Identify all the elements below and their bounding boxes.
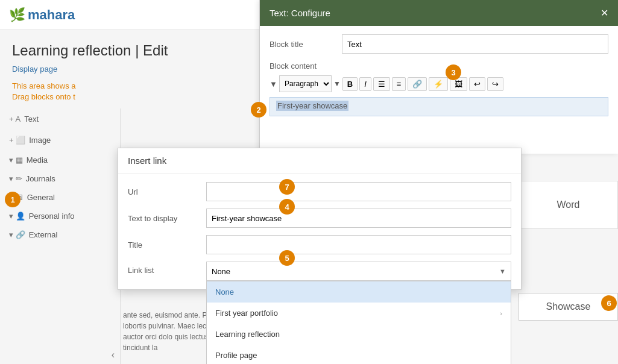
- display-page-link[interactable]: Display page: [12, 64, 57, 74]
- configure-header: Text: Configure ✕: [260, 0, 618, 26]
- logo-icon: 🌿: [9, 7, 25, 23]
- sidebar-item-external[interactable]: ▾ 🔗 External: [0, 225, 120, 244]
- configure-close-button[interactable]: ✕: [601, 7, 608, 19]
- sidebar-item-journals[interactable]: ▾ ✏ Journals: [0, 169, 120, 188]
- block-title-input[interactable]: [342, 34, 608, 54]
- redo-button[interactable]: ↪: [487, 77, 503, 91]
- link-list-select-wrap: None ▼ None First year portfolio › Learn…: [206, 262, 511, 281]
- dropdown-option-portfolio[interactable]: First year portfolio ›: [207, 303, 511, 324]
- modal-header: Insert link: [118, 148, 521, 174]
- badge-1: 1: [5, 192, 20, 207]
- url-input[interactable]: [206, 182, 511, 201]
- main-content-area: Learning reflection | Edit Display page …: [0, 30, 259, 108]
- dropdown-option-reflection[interactable]: Learning reflection: [207, 324, 511, 345]
- sidebar-item-personal-info[interactable]: ▾ 👤 Personal info: [0, 207, 120, 225]
- ordered-list-button[interactable]: ≡: [392, 77, 406, 91]
- modal-body: Url Text to display Title Link list None…: [118, 174, 521, 289]
- unordered-list-button[interactable]: ☰: [373, 77, 390, 91]
- url-label: Url: [128, 187, 206, 196]
- undo-button[interactable]: ↩: [469, 77, 485, 91]
- badge-2: 2: [251, 102, 266, 118]
- sidebar-text-label: Text: [24, 115, 39, 124]
- description: This area shows a Drag blocks onto t: [12, 81, 247, 102]
- content-selected-text: First-year showcase: [276, 101, 348, 111]
- text-display-row: Text to display: [128, 209, 511, 228]
- description-line2: Drag blocks onto t: [12, 92, 247, 102]
- badge-4: 4: [279, 199, 295, 215]
- block-title-label: Block title: [270, 40, 342, 49]
- title-row: Title: [128, 235, 511, 254]
- sidebar: + A Text + ⬜ Image ▾ ▦ Media ▾ ✏ Journal…: [0, 108, 121, 364]
- paragraph-select[interactable]: Paragraph: [279, 75, 332, 92]
- showcase-label: Showcase: [546, 301, 591, 312]
- plus-image-icon: + ⬜: [9, 136, 25, 145]
- modal-title: Insert link: [128, 155, 166, 166]
- title-label: Title: [128, 240, 206, 249]
- arrow-personal-icon: ▾ 👤: [9, 212, 25, 221]
- sidebar-item-media[interactable]: ▾ ▦ Media: [0, 151, 120, 169]
- link-button[interactable]: 🔗: [408, 77, 427, 91]
- insert-link-modal: Insert link Url Text to display Title Li…: [118, 148, 522, 290]
- paragraph-arrow-icon: ▼: [333, 80, 341, 88]
- chevron-down-icon: ▼: [499, 268, 506, 275]
- configure-panel: Text: Configure ✕ Block title Block cont…: [259, 0, 618, 154]
- link-list-select[interactable]: None ▼: [206, 262, 511, 281]
- badge-3: 3: [446, 64, 461, 80]
- word-label: Word: [557, 199, 580, 210]
- description-line1: This area shows a: [12, 81, 247, 92]
- word-panel: Word: [519, 181, 618, 229]
- url-row: Url: [128, 182, 511, 201]
- dropdown-option-profile[interactable]: Profile page: [207, 345, 511, 364]
- link-list-value: None: [212, 267, 230, 276]
- italic-button[interactable]: I: [359, 77, 371, 91]
- page-title: Learning reflection | Edit: [12, 42, 247, 59]
- sidebar-collapse[interactable]: ‹: [0, 346, 121, 364]
- sidebar-media-label: Media: [27, 155, 48, 165]
- link-list-row: Link list None ▼ None First year portfol…: [128, 262, 511, 281]
- link-list-label: Link list: [128, 262, 206, 275]
- arrow-external-icon: ▾ 🔗: [9, 230, 25, 239]
- block-content-row: Block content: [270, 61, 608, 71]
- dropdown-option-none[interactable]: None: [207, 281, 511, 303]
- sidebar-general-label: General: [27, 193, 55, 202]
- link-list-dropdown: None First year portfolio › Learning ref…: [206, 281, 511, 364]
- logo: 🌿 mahara: [9, 7, 75, 23]
- unlink-button[interactable]: ⚡: [429, 77, 448, 91]
- arrow-media-icon: ▾ ▦: [9, 155, 23, 165]
- editor-toolbar: ▼ Paragraph ▼ B I ☰ ≡ 🔗 ⚡ 🖼 ↩ ↪: [270, 75, 608, 92]
- sidebar-item-text[interactable]: + A Text: [0, 108, 120, 130]
- badge-5: 5: [279, 250, 295, 266]
- plus-text-icon: + A: [9, 115, 20, 124]
- sidebar-journals-label: Journals: [26, 174, 55, 183]
- sidebar-item-image[interactable]: + ⬜ Image: [0, 130, 120, 151]
- text-display-label: Text to display: [128, 214, 206, 223]
- arrow-journals-icon: ▾ ✏: [9, 174, 22, 183]
- content-editable-area[interactable]: First-year showcase: [270, 97, 608, 116]
- toolbar-expand-btn[interactable]: ▼: [270, 80, 277, 89]
- sidebar-external-label: External: [29, 230, 58, 239]
- sidebar-image-label: Image: [29, 136, 51, 145]
- title-input[interactable]: [206, 235, 511, 254]
- sidebar-personal-label: Personal info: [29, 212, 75, 221]
- configure-title: Text: Configure: [270, 8, 330, 18]
- badge-7: 7: [279, 179, 295, 195]
- collapse-icon: ‹: [112, 350, 115, 360]
- badge-6: 6: [601, 295, 617, 311]
- configure-body: Block title Block content ▼ Paragraph ▼ …: [260, 26, 618, 125]
- logo-text: mahara: [28, 7, 75, 23]
- bold-button[interactable]: B: [342, 77, 358, 91]
- text-display-input[interactable]: [206, 209, 511, 228]
- block-content-label: Block content: [270, 61, 317, 71]
- top-nav: 🌿 mahara: [0, 0, 259, 30]
- portfolio-arrow-icon: ›: [500, 310, 502, 317]
- block-title-row: Block title: [270, 34, 608, 54]
- portfolio-label: First year portfolio: [215, 309, 278, 318]
